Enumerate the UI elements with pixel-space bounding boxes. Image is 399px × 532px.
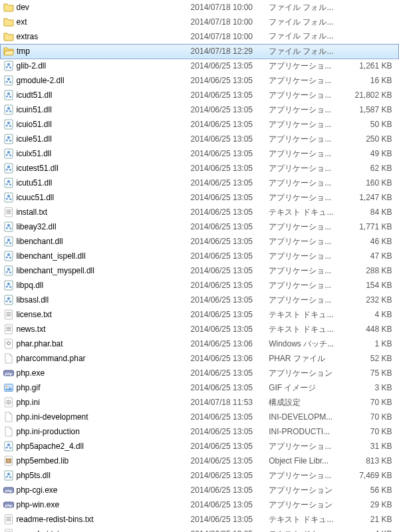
svg-point-15 [9, 110, 11, 112]
file-row[interactable]: icuio51.dll2014/06/25 13:05アプリケーショ...50 … [1, 117, 399, 132]
file-row[interactable]: libsasl.dll2014/06/25 13:05アプリケーショ...232… [1, 293, 399, 307]
file-name-cell[interactable]: php5embed.lib [1, 454, 188, 468]
file-row[interactable]: php5ts.dll2014/06/25 13:05アプリケーショ...7,46… [1, 468, 399, 483]
file-row[interactable]: icudt51.dll2014/06/25 13:05アプリケーショ...21,… [1, 88, 399, 102]
file-row[interactable]: php.ini-production2014/06/25 13:05INI-PR… [1, 424, 399, 439]
file-name-cell[interactable]: news.txt [1, 322, 188, 336]
file-size-cell: 232 KB [344, 293, 399, 307]
file-name-cell[interactable]: phpphp.exe [1, 366, 188, 380]
file-name-cell[interactable]: glib-2.dll [1, 59, 188, 73]
file-name-cell[interactable]: icudt51.dll [1, 88, 188, 102]
file-name-cell[interactable]: icuin51.dll [1, 102, 188, 117]
file-row[interactable]: php5apache2_4.dll2014/06/25 13:05アプリケーショ… [1, 439, 399, 454]
file-type-cell: Object File Libr... [266, 454, 344, 468]
file-name-cell[interactable]: php.gif [1, 380, 188, 395]
file-row[interactable]: libenchant_ispell.dll2014/06/25 13:05アプリ… [1, 249, 399, 263]
file-row[interactable]: readme-redist-bins.txt2014/06/25 13:05テキ… [1, 512, 399, 527]
file-name-cell[interactable]: libenchant.dll [1, 234, 188, 249]
file-row[interactable]: phpphp.exe2014/06/25 13:05アプリケーション75 KB [1, 366, 399, 380]
file-date-cell: 2014/06/25 13:05 [188, 132, 267, 146]
file-name-cell[interactable]: iculx51.dll [1, 146, 188, 161]
file-name-cell[interactable]: snapshot.txt [1, 527, 188, 532]
file-size-cell: 288 KB [344, 263, 399, 278]
file-date-cell: 2014/06/25 13:05 [188, 249, 267, 263]
file-name-cell[interactable]: pharcommand.phar [1, 351, 188, 366]
file-row[interactable]: ext2014/07/18 10:00ファイル フォル... [1, 15, 399, 29]
file-name-cell[interactable]: php5apache2_4.dll [1, 439, 188, 454]
file-name-cell[interactable]: libenchant_myspell.dll [1, 263, 188, 278]
svg-point-66 [5, 300, 7, 302]
file-row[interactable]: phar.phar.bat2014/06/25 13:06Windows バッチ… [1, 336, 399, 351]
file-row[interactable]: license.txt2014/06/25 13:05テキスト ドキュ...4 … [1, 307, 399, 322]
file-row[interactable]: phpphp-cgi.exe2014/06/25 13:05アプリケーション56… [1, 483, 399, 497]
file-row[interactable]: pharcommand.phar2014/06/25 13:06PHAR ファイ… [1, 351, 399, 366]
svg-point-14 [5, 110, 7, 112]
file-date-cell: 2014/06/25 13:05 [188, 322, 267, 336]
file-name-cell[interactable]: install.txt [1, 205, 188, 219]
file-type-cell: アプリケーショ... [266, 263, 344, 278]
file-name-cell[interactable]: icuio51.dll [1, 117, 188, 132]
bat-icon [3, 338, 14, 349]
file-name-cell[interactable]: license.txt [1, 307, 188, 322]
file-row[interactable]: icuuc51.dll2014/06/25 13:05アプリケーショ...1,2… [1, 190, 399, 205]
file-name-cell[interactable]: php.ini-production [1, 424, 188, 439]
file-name-label: icudt51.dll [17, 90, 53, 100]
file-row[interactable]: snapshot.txt2014/06/25 13:05テキスト ドキュ...4… [1, 527, 399, 532]
file-date-cell: 2014/06/25 13:05 [188, 234, 267, 249]
file-row[interactable]: icuin51.dll2014/06/25 13:05アプリケーショ...1,5… [1, 102, 399, 117]
file-row[interactable]: php5embed.lib2014/06/25 13:05Object File… [1, 454, 399, 468]
file-name-cell[interactable]: readme-redist-bins.txt [1, 512, 188, 527]
folder-icon [3, 31, 14, 42]
file-name-cell[interactable]: phpphp-cgi.exe [1, 483, 188, 497]
file-row[interactable]: libeay32.dll2014/06/25 13:05アプリケーショ...1,… [1, 219, 399, 234]
file-name-cell[interactable]: phar.phar.bat [1, 336, 188, 351]
file-row[interactable]: icutest51.dll2014/06/25 13:05アプリケーショ...6… [1, 161, 399, 176]
file-row[interactable]: install.txt2014/06/25 13:05テキスト ドキュ...84… [1, 205, 399, 219]
file-row[interactable]: phpphp-win.exe2014/06/25 13:05アプリケーション29… [1, 497, 399, 512]
file-row[interactable]: libpq.dll2014/06/25 13:05アプリケーショ...154 K… [1, 278, 399, 293]
file-name-cell[interactable]: libpq.dll [1, 278, 188, 293]
file-date-cell: 2014/06/25 13:05 [188, 102, 267, 117]
file-name-cell[interactable]: php.ini [1, 395, 188, 410]
file-name-cell[interactable]: icule51.dll [1, 132, 188, 146]
file-row[interactable]: extras2014/07/18 10:00ファイル フォル... [1, 29, 399, 44]
file-name-cell[interactable]: php5ts.dll [1, 468, 188, 483]
file-name-cell[interactable]: ext [1, 15, 188, 29]
file-name-cell[interactable]: extras [1, 29, 188, 44]
file-row[interactable]: libenchant.dll2014/06/25 13:05アプリケーショ...… [1, 234, 399, 249]
file-name-cell[interactable]: php.ini-development [1, 410, 188, 424]
file-name-cell[interactable]: phpphp-win.exe [1, 497, 188, 512]
file-name-label: pharcommand.phar [17, 354, 86, 363]
file-name-cell[interactable]: icuuc51.dll [1, 190, 188, 205]
file-row[interactable]: libenchant_myspell.dll2014/06/25 13:05アプ… [1, 263, 399, 278]
file-list[interactable]: dev2014/07/18 10:00ファイル フォル...ext2014/07… [0, 0, 399, 532]
file-name-cell[interactable]: libsasl.dll [1, 293, 188, 307]
svg-point-25 [7, 151, 9, 154]
file-name-cell[interactable]: gmodule-2.dll [1, 73, 188, 88]
file-size-cell: 160 KB [344, 176, 399, 190]
svg-point-59 [9, 271, 11, 273]
file-row[interactable]: php.ini2014/07/18 11:53構成設定70 KB [1, 395, 399, 410]
file-row[interactable]: php.gif2014/06/25 13:05GIF イメージ3 KB [1, 380, 399, 395]
file-type-cell: PHAR ファイル [266, 351, 344, 366]
file-name-label: icuuc51.dll [17, 193, 55, 202]
svg-point-58 [5, 271, 7, 273]
svg-point-65 [7, 297, 9, 300]
file-name-cell[interactable]: libenchant_ispell.dll [1, 249, 188, 263]
file-name-cell[interactable]: dev [1, 0, 188, 15]
file-row[interactable]: glib-2.dll2014/06/25 13:05アプリケーショ...1,26… [1, 59, 399, 73]
file-row[interactable]: news.txt2014/06/25 13:05テキスト ドキュ...448 K… [1, 322, 399, 336]
file-name-cell[interactable]: libeay32.dll [1, 219, 188, 234]
file-name-cell[interactable]: tmp [1, 44, 188, 59]
file-row[interactable]: php.ini-development2014/06/25 13:05INI-D… [1, 410, 399, 424]
file-date-cell: 2014/06/25 13:06 [188, 351, 267, 366]
file-row[interactable]: icutu51.dll2014/06/25 13:05アプリケーショ...160… [1, 176, 399, 190]
file-name-cell[interactable]: icutest51.dll [1, 161, 188, 176]
file-row[interactable]: gmodule-2.dll2014/06/25 13:05アプリケーショ...1… [1, 73, 399, 88]
file-name-cell[interactable]: icutu51.dll [1, 176, 188, 190]
file-row[interactable]: iculx51.dll2014/06/25 13:05アプリケーショ...49 … [1, 146, 399, 161]
file-row[interactable]: tmp2014/07/18 12:29ファイル フォル... [1, 44, 399, 59]
file-row[interactable]: icule51.dll2014/06/25 13:05アプリケーショ...250… [1, 132, 399, 146]
file-row[interactable]: dev2014/07/18 10:00ファイル フォル... [1, 0, 399, 15]
file-date-cell: 2014/06/25 13:05 [188, 307, 267, 322]
